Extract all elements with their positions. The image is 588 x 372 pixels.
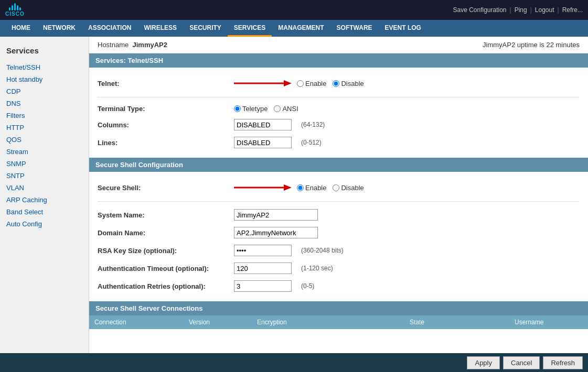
system-name-label: System Name: [98,211,234,219]
sidebar-item-filters[interactable]: Filters [0,110,89,122]
ansi-label[interactable]: ANSI [274,105,298,113]
sidebar-title: Services [0,42,89,61]
ssh-disable-text: Disable [341,184,364,192]
sidebar: Services Telnet/SSH Hot standby CDP DNS … [0,37,89,372]
logout-link[interactable]: Logout [535,6,554,14]
sidebar-item-arp-caching[interactable]: ARP Caching [0,194,89,206]
telnet-disable-label[interactable]: Disable [333,80,364,87]
nav-management[interactable]: MANAGEMENT [272,20,330,37]
columns-input[interactable] [234,119,292,130]
sidebar-item-stream[interactable]: Stream [0,146,89,158]
cisco-logo: CISCO [5,3,25,17]
system-name-input[interactable] [234,209,318,221]
ssh-disable-radio[interactable] [333,184,339,191]
sidebar-item-qos[interactable]: QOS [0,134,89,146]
sidebar-item-hot-standby[interactable]: Hot standby [0,73,89,85]
telnet-ssh-section: Services: Telnet/SSH Telnet: [89,53,588,158]
columns-row: Columns: (64-132) [98,116,580,134]
telnet-disable-radio[interactable] [333,80,339,87]
telnet-enable-text: Enable [305,80,326,87]
col-version: Version [184,315,252,329]
telnet-section-header: Services: Telnet/SSH [89,53,588,68]
rsa-key-controls: (360-2048 bits) [234,245,344,256]
nav-home[interactable]: HOME [5,20,37,37]
sidebar-item-auto-config[interactable]: Auto Config [0,218,89,230]
hostname-display: Hostname JimmyAP2 [98,41,167,49]
ssh-enable-text: Enable [305,184,326,192]
domain-name-input[interactable] [234,227,318,238]
secure-shell-section: Secure Shell Configuration Secure Shell: [89,158,588,301]
cisco-bars [9,3,21,10]
nav-event-log[interactable]: EVENT LOG [379,20,427,37]
columns-controls: (64-132) [234,119,325,130]
nav-software[interactable]: SOFTWARE [330,20,379,37]
auth-timeout-controls: (1-120 sec) [234,262,333,274]
top-bar: CISCO Save Configuration | Ping | Logout… [0,0,588,20]
nav-security[interactable]: SECURITY [183,20,228,37]
ansi-radio[interactable] [274,105,281,112]
lines-row: Lines: (0-512) [98,134,580,151]
bar5 [19,7,21,10]
domain-name-row: Domain Name: [98,224,580,242]
refresh-link[interactable]: Refre... [562,6,583,14]
rsa-key-row: RSA Key Size (optional): (360-2048 bits) [98,242,580,259]
sidebar-item-band-select[interactable]: Band Select [0,206,89,218]
ssh-enable-radio[interactable] [297,184,304,191]
telnet-enable-radio[interactable] [297,80,304,87]
teletype-radio[interactable] [234,105,241,112]
telnet-disable-text: Disable [341,80,364,87]
connections-header: Secure Shell Server Connections [89,301,588,315]
apply-button[interactable]: Apply [467,356,500,369]
lines-hint: (0-512) [301,139,322,146]
telnet-form: Telnet: Enable [89,68,588,158]
sidebar-item-http[interactable]: HTTP [0,122,89,134]
nav-services[interactable]: SERVICES [228,20,272,37]
terminal-type-row: Terminal Type: Teletype ANSI [98,102,580,116]
nav-wireless[interactable]: WIRELESS [137,20,183,37]
ssh-form: Secure Shell: Enable [89,172,588,301]
col-connection: Connection [89,315,184,329]
sep2: | [530,6,532,14]
bar4 [17,5,18,10]
top-bar-actions: Save Configuration | Ping | Logout | Ref… [453,6,583,14]
page-layout: Services Telnet/SSH Hot standby CDP DNS … [0,37,588,372]
ssh-disable-label[interactable]: Disable [333,184,364,192]
lines-controls: (0-512) [234,137,322,148]
sidebar-item-snmp[interactable]: SNMP [0,158,89,170]
sidebar-item-sntp[interactable]: SNTP [0,170,89,182]
lines-input[interactable] [234,137,292,148]
auth-retries-label: Authentication Retries (optional): [98,282,234,290]
ssh-enable-label[interactable]: Enable [297,184,326,192]
cisco-text: CISCO [5,11,25,17]
bar3 [14,3,16,10]
uptime-display: JimmyAP2 uptime is 22 minutes [483,41,580,49]
auth-retries-input[interactable] [234,280,292,292]
secure-shell-label: Secure Shell: [98,184,234,192]
teletype-label[interactable]: Teletype [234,105,268,113]
sidebar-item-dns[interactable]: DNS [0,97,89,110]
connections-table: Connection Version Encryption State User… [89,315,588,329]
terminal-type-label: Terminal Type: [98,105,234,113]
auth-timeout-row: Authentication Timeout (optional): (1-12… [98,259,580,277]
auth-timeout-label: Authentication Timeout (optional): [98,265,234,272]
cancel-button[interactable]: Cancel [503,356,540,369]
rsa-key-label: RSA Key Size (optional): [98,247,234,255]
svg-marker-3 [284,184,292,191]
col-username: Username [509,315,588,329]
telnet-arrow-container [234,77,297,90]
save-config-link[interactable]: Save Configuration [453,6,506,14]
system-name-controls [234,209,318,221]
secure-shell-row: Secure Shell: Enable [98,178,580,197]
sidebar-item-vlan[interactable]: VLAN [0,182,89,194]
ping-link[interactable]: Ping [515,6,527,14]
sidebar-item-cdp[interactable]: CDP [0,85,89,97]
auth-timeout-input[interactable] [234,262,292,274]
telnet-radio-group: Enable Disable [297,80,364,87]
refresh-button[interactable]: Refresh [543,356,583,369]
telnet-enable-label[interactable]: Enable [297,80,326,87]
sidebar-item-telnet-ssh[interactable]: Telnet/SSH [0,61,89,73]
nav-association[interactable]: ASSOCIATION [82,20,137,37]
auth-retries-controls: (0-5) [234,280,314,292]
nav-network[interactable]: NETWORK [37,20,82,37]
rsa-key-input[interactable] [234,245,292,256]
